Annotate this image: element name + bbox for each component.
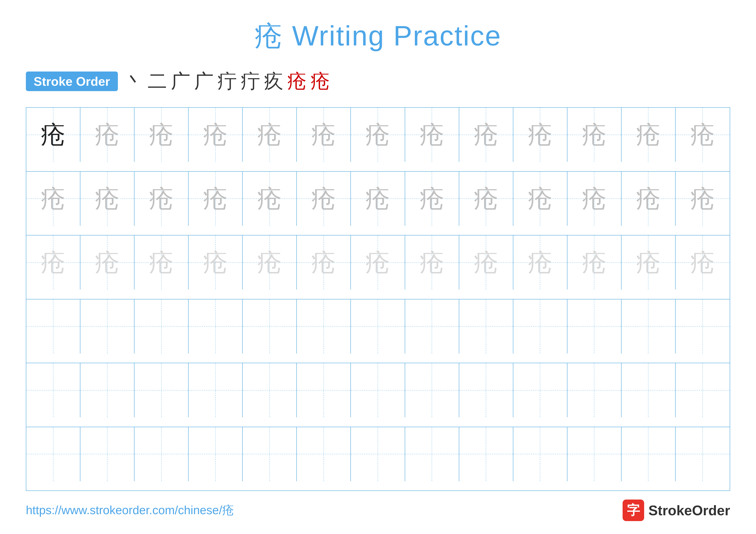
cell-6-4[interactable] (189, 427, 243, 481)
grid-row-4 (26, 299, 730, 363)
grid-row-1: 疮 疮 疮 疮 疮 疮 疮 疮 疮 疮 疮 疮 疮 (26, 108, 730, 172)
stroke-9: 疮 (310, 68, 330, 94)
cell-1-3[interactable]: 疮 (134, 108, 189, 162)
cell-6-2[interactable] (80, 427, 134, 481)
cell-4-9[interactable] (459, 299, 513, 353)
cell-4-6[interactable] (297, 299, 351, 353)
cell-5-10[interactable] (513, 363, 567, 417)
cell-5-4[interactable] (189, 363, 243, 417)
cell-5-11[interactable] (567, 363, 622, 417)
practice-grid-wrapper: 疮 疮 疮 疮 疮 疮 疮 疮 疮 疮 疮 疮 疮 疮 疮 疮 疮 疮 (26, 107, 730, 491)
cell-3-10[interactable]: 疮 (513, 236, 567, 290)
cell-3-6[interactable]: 疮 (297, 236, 351, 290)
cell-4-3[interactable] (134, 299, 189, 353)
cell-1-8[interactable]: 疮 (405, 108, 459, 162)
cell-4-13[interactable] (676, 299, 730, 353)
cell-4-2[interactable] (80, 299, 134, 353)
cell-1-10[interactable]: 疮 (513, 108, 567, 162)
cell-1-12[interactable]: 疮 (622, 108, 676, 162)
cell-3-11[interactable]: 疮 (567, 236, 622, 290)
cell-4-7[interactable] (351, 299, 405, 353)
cell-3-1[interactable]: 疮 (26, 236, 80, 290)
cell-4-10[interactable] (513, 299, 567, 353)
cell-6-5[interactable] (243, 427, 297, 481)
cell-4-11[interactable] (567, 299, 622, 353)
cell-2-4[interactable]: 疮 (189, 172, 243, 226)
page-title: 疮 Writing Practice (255, 17, 501, 55)
grid-row-2: 疮 疮 疮 疮 疮 疮 疮 疮 疮 疮 疮 疮 疮 (26, 172, 730, 236)
cell-1-11[interactable]: 疮 (567, 108, 622, 162)
cell-6-1[interactable] (26, 427, 80, 481)
cell-3-5[interactable]: 疮 (243, 236, 297, 290)
cell-6-6[interactable] (297, 427, 351, 481)
cell-3-13[interactable]: 疮 (676, 236, 730, 290)
cell-6-8[interactable] (405, 427, 459, 481)
cell-5-7[interactable] (351, 363, 405, 417)
cell-3-7[interactable]: 疮 (351, 236, 405, 290)
stroke-order-badge: Stroke Order (26, 71, 118, 91)
cell-2-8[interactable]: 疮 (405, 172, 459, 226)
cell-6-12[interactable] (622, 427, 676, 481)
stroke-3: 广 (171, 68, 190, 94)
cell-2-11[interactable]: 疮 (567, 172, 622, 226)
footer-url[interactable]: https://www.strokeorder.com/chinese/疮 (26, 502, 234, 518)
cell-2-2[interactable]: 疮 (80, 172, 134, 226)
cell-5-3[interactable] (134, 363, 189, 417)
cell-1-9[interactable]: 疮 (459, 108, 513, 162)
cell-6-13[interactable] (676, 427, 730, 481)
cell-1-6[interactable]: 疮 (297, 108, 351, 162)
cell-2-5[interactable]: 疮 (243, 172, 297, 226)
stroke-7: 疚 (264, 68, 284, 94)
stroke-sequence: 丶 二 广 广 疔 疔 疚 疮 疮 (124, 68, 330, 94)
stroke-1: 丶 (124, 68, 144, 94)
cell-5-6[interactable] (297, 363, 351, 417)
cell-3-4[interactable]: 疮 (189, 236, 243, 290)
cell-6-7[interactable] (351, 427, 405, 481)
cell-4-4[interactable] (189, 299, 243, 353)
cell-4-8[interactable] (405, 299, 459, 353)
footer: https://www.strokeorder.com/chinese/疮 字 … (26, 491, 730, 521)
cell-6-10[interactable] (513, 427, 567, 481)
cell-2-6[interactable]: 疮 (297, 172, 351, 226)
cell-5-1[interactable] (26, 363, 80, 417)
cell-2-10[interactable]: 疮 (513, 172, 567, 226)
cell-2-1[interactable]: 疮 (26, 172, 80, 226)
cell-6-11[interactable] (567, 427, 622, 481)
cell-3-3[interactable]: 疮 (134, 236, 189, 290)
cell-3-12[interactable]: 疮 (622, 236, 676, 290)
cell-1-2[interactable]: 疮 (80, 108, 134, 162)
cell-5-5[interactable] (243, 363, 297, 417)
cell-4-5[interactable] (243, 299, 297, 353)
cell-3-8[interactable]: 疮 (405, 236, 459, 290)
cell-5-13[interactable] (676, 363, 730, 417)
cell-5-9[interactable] (459, 363, 513, 417)
grid-row-3: 疮 疮 疮 疮 疮 疮 疮 疮 疮 疮 疮 疮 疮 (26, 236, 730, 299)
logo-name: StrokeOrder (648, 502, 730, 519)
cell-4-12[interactable] (622, 299, 676, 353)
cell-5-12[interactable] (622, 363, 676, 417)
stroke-8: 疮 (287, 68, 307, 94)
cell-2-12[interactable]: 疮 (622, 172, 676, 226)
footer-logo: 字 StrokeOrder (623, 499, 730, 521)
cell-1-4[interactable]: 疮 (189, 108, 243, 162)
cell-4-1[interactable] (26, 299, 80, 353)
stroke-6: 疔 (241, 68, 260, 94)
cell-2-7[interactable]: 疮 (351, 172, 405, 226)
cell-6-3[interactable] (134, 427, 189, 481)
cell-3-9[interactable]: 疮 (459, 236, 513, 290)
cell-1-7[interactable]: 疮 (351, 108, 405, 162)
cell-6-9[interactable] (459, 427, 513, 481)
cell-5-2[interactable] (80, 363, 134, 417)
grid-row-6 (26, 427, 730, 491)
cell-5-8[interactable] (405, 363, 459, 417)
cell-2-3[interactable]: 疮 (134, 172, 189, 226)
cell-1-1[interactable]: 疮 (26, 108, 80, 162)
cell-3-2[interactable]: 疮 (80, 236, 134, 290)
cell-2-13[interactable]: 疮 (676, 172, 730, 226)
cell-2-9[interactable]: 疮 (459, 172, 513, 226)
stroke-4: 广 (194, 68, 214, 94)
practice-grid: 疮 疮 疮 疮 疮 疮 疮 疮 疮 疮 疮 疮 疮 疮 疮 疮 疮 疮 (26, 107, 730, 491)
cell-1-5[interactable]: 疮 (243, 108, 297, 162)
logo-icon: 字 (623, 499, 644, 521)
cell-1-13[interactable]: 疮 (676, 108, 730, 162)
